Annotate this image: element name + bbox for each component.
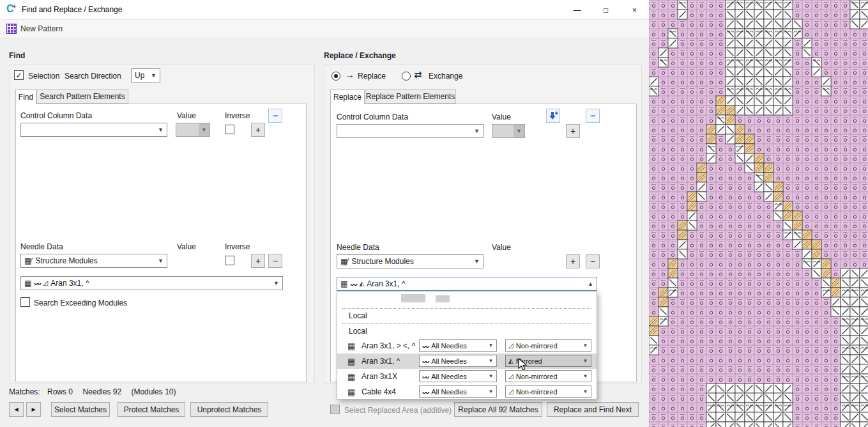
toolbar: New Pattern: [0, 20, 649, 38]
replace-control-value-select: ▼: [492, 124, 525, 138]
value-label: Value: [177, 242, 196, 251]
find-control-value-select: ▼: [176, 123, 210, 137]
needles-select[interactable]: ᴗᴗ All Needles ▼: [419, 385, 497, 398]
maximize-icon: □: [604, 6, 608, 15]
add-control-column-button[interactable]: +: [251, 123, 265, 137]
replace-module-select[interactable]: ▦ ᴗᴗ ◭ Aran 3x1, ^ ▲: [337, 277, 597, 291]
replace-needle-data-select[interactable]: ▦╱ Structure Modules ▼: [337, 254, 483, 268]
close-button[interactable]: ×: [620, 0, 649, 20]
chevron-down-icon: ▼: [156, 258, 165, 264]
select-replaced-area-checkbox: [330, 405, 340, 414]
unprotect-matches-button[interactable]: Unprotect Matches: [190, 402, 268, 417]
find-needle-inverse-checkbox[interactable]: [225, 256, 234, 265]
module-grid-icon: ▦: [340, 280, 347, 288]
chevron-down-icon: ▼: [199, 123, 209, 136]
find-needle-data-select[interactable]: ▦╱ Structure Modules ▼: [20, 254, 167, 268]
select-matches-button[interactable]: Select Matches: [51, 402, 110, 417]
non-mirrored-icon: ◿: [508, 389, 514, 395]
chevron-down-icon: ▼: [581, 373, 590, 379]
non-mirrored-icon: ◿: [508, 373, 514, 380]
module-option-row[interactable]: ▦ Cable 4x4 ᴗᴗ All Needles ▼ ◿ Non-mirro…: [337, 384, 597, 400]
selection-checkbox[interactable]: ✓: [14, 70, 24, 80]
value-label: Value: [177, 111, 196, 120]
needles-select[interactable]: ᴗᴗ All Needles ▼: [419, 355, 497, 367]
search-direction-select[interactable]: Up ▼: [131, 68, 160, 82]
needle-bed-icon: ᴗᴗ: [422, 389, 429, 395]
module-option-row[interactable]: ▦ Aran 3x1X ᴗᴗ All Needles ▼ ◿ Non-mirro…: [337, 369, 597, 384]
find-module-select[interactable]: ▦ ᴗᴗ ◿ Aran 3x1, ^ ▼: [20, 276, 283, 290]
chevron-down-icon: ▼: [487, 358, 495, 364]
remove-control-column-button[interactable]: −: [586, 109, 600, 123]
inverse-label: Inverse: [225, 242, 250, 251]
search-direction-label: Search Direction: [65, 72, 121, 81]
inverse-label: Inverse: [225, 111, 250, 120]
exchange-radio[interactable]: [402, 72, 411, 81]
chevron-down-icon: ▼: [581, 358, 590, 364]
matches-status: Matches: Rows 0 Needles 92 (Modules 10): [9, 387, 176, 396]
module-option-row-selected[interactable]: ▦ Aran 3x1, ^ ᴗᴗ All Needles ▼ ◭ Mirrore…: [337, 353, 597, 369]
find-section-title: Find: [9, 51, 25, 60]
previous-icon: ◀: [14, 407, 18, 412]
tab-replace[interactable]: Replace: [330, 89, 365, 104]
search-exceeding-checkbox[interactable]: [20, 297, 30, 307]
plus-icon: +: [255, 125, 261, 135]
group-label: Local: [349, 327, 367, 336]
add-needle-data-button[interactable]: +: [251, 254, 265, 268]
new-pattern-icon: [6, 24, 17, 34]
minus-icon: −: [590, 111, 595, 121]
minus-icon: −: [273, 111, 278, 121]
plus-icon: +: [570, 126, 575, 136]
tab-search-pattern-elements[interactable]: Search Pattern Elements: [36, 89, 128, 104]
maximize-button[interactable]: □: [591, 0, 620, 20]
needle-data-label: Needle Data: [20, 242, 63, 251]
minimize-button[interactable]: —: [563, 0, 591, 20]
remove-needle-data-button[interactable]: −: [268, 254, 282, 268]
replace-arrow-icon: →: [345, 69, 354, 80]
plus-icon: +: [255, 256, 261, 266]
new-pattern-button[interactable]: New Pattern: [20, 24, 63, 33]
mirror-select[interactable]: ◿ Non-mirrored ▼: [505, 370, 591, 382]
chevron-down-icon: ▼: [472, 128, 482, 134]
value-label: Value: [492, 243, 511, 252]
add-control-column-button[interactable]: +: [566, 124, 580, 138]
protect-matches-button[interactable]: Protect Matches: [118, 402, 185, 417]
tab-find[interactable]: Find: [15, 89, 36, 104]
find-inverse-checkbox[interactable]: [225, 125, 234, 134]
titlebar: C+ Find and Replace / Exchange — □ ×: [0, 0, 649, 20]
minus-icon: −: [273, 256, 278, 266]
needle-bed-icon: ᴗᴗ: [422, 358, 429, 364]
insert-control-column-button[interactable]: [546, 109, 560, 123]
remove-control-column-button[interactable]: −: [268, 109, 282, 123]
needle-bed-icon: ᴗᴗ: [350, 281, 356, 287]
knitting-pattern-view[interactable]: [649, 0, 868, 427]
find-control-column-select[interactable]: ▼: [20, 123, 167, 137]
needles-select[interactable]: ᴗᴗ All Needles ▼: [419, 370, 497, 382]
replace-control-column-select[interactable]: ▼: [337, 124, 483, 138]
chevron-down-icon: ▼: [581, 343, 590, 348]
remove-needle-data-button[interactable]: −: [586, 254, 600, 268]
value-label: Value: [492, 113, 511, 121]
chevron-down-icon: ▼: [514, 125, 524, 137]
non-mirrored-icon: ◿: [508, 343, 514, 349]
replace-radio[interactable]: [331, 72, 340, 81]
next-match-button[interactable]: ▶: [26, 402, 41, 417]
group-label: Local: [349, 311, 367, 320]
mirror-select[interactable]: ◿ Non-mirrored ▼: [505, 385, 591, 398]
replace-radio-label[interactable]: Replace: [358, 72, 386, 81]
exchange-radio-label[interactable]: Exchange: [429, 72, 462, 81]
needle-bed-icon: ᴗᴗ: [34, 280, 40, 286]
ghost-box: [401, 294, 425, 302]
structure-modules-icon: ▦╱: [24, 257, 33, 265]
replace-all-matches-button[interactable]: Replace All 92 Matches: [454, 402, 542, 417]
add-needle-data-button[interactable]: +: [566, 254, 580, 268]
plus-icon: +: [570, 256, 575, 267]
mirror-select[interactable]: ◿ Non-mirrored ▼: [505, 339, 591, 352]
minus-icon: −: [590, 256, 595, 267]
previous-match-button[interactable]: ◀: [9, 402, 24, 417]
replace-and-find-next-button[interactable]: Replace and Find Next: [547, 402, 639, 417]
tab-replace-pattern-elements[interactable]: Replace Pattern Elements: [365, 89, 456, 104]
search-exceeding-label: Search Exceeding Modules: [34, 299, 127, 307]
module-option-row[interactable]: ▦ Aran 3x1, > <, ^ ᴗᴗ All Needles ▼ ◿ No…: [337, 338, 597, 353]
needles-select[interactable]: ᴗᴗ All Needles ▼: [419, 339, 497, 352]
chevron-down-icon: ▼: [156, 127, 165, 133]
